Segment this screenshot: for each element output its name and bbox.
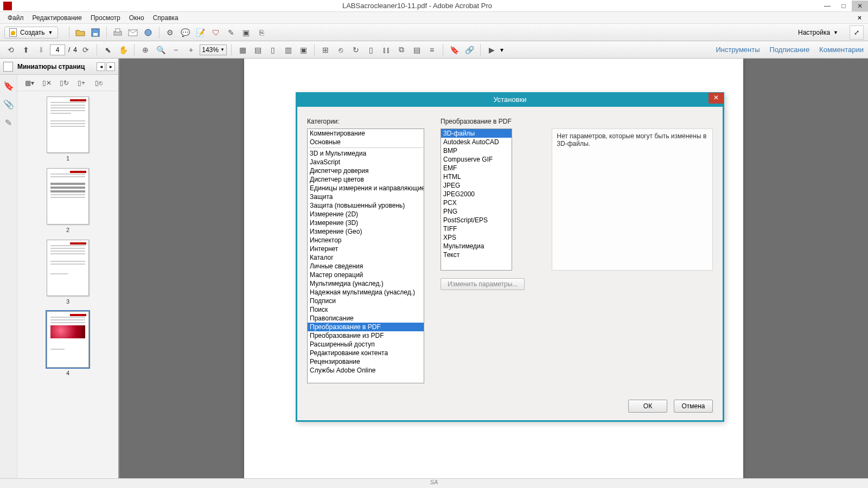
email-button[interactable] [126, 26, 139, 39]
thumbnail-4[interactable]: 4 [47, 311, 89, 376]
save-button[interactable] [89, 26, 102, 39]
thumb-del-icon[interactable]: ▯✕ [40, 76, 53, 89]
sign-icon[interactable]: ✎ [225, 26, 238, 39]
bookmark-icon[interactable]: 🔖 [448, 43, 461, 56]
fitwidth-icon[interactable]: ▤ [251, 43, 264, 56]
category-item[interactable]: Диспетчер доверия [308, 166, 424, 175]
page-input[interactable] [50, 44, 65, 55]
sign-strip-icon[interactable]: ✎ [3, 117, 14, 128]
format-item[interactable]: Мультимедиа [441, 242, 512, 251]
category-item[interactable]: Мультимедиа (унаслед.) [308, 279, 424, 288]
format-item[interactable]: PCX [441, 198, 512, 207]
zoom-marquee-icon[interactable]: 🔍 [154, 43, 167, 56]
thumb-ins-icon[interactable]: ▯+ [75, 76, 88, 89]
category-item[interactable]: Редактирование контента [308, 349, 424, 357]
category-item[interactable]: Подписи [308, 297, 424, 305]
dialog-close-button[interactable]: ✕ [709, 93, 724, 104]
comment-icon[interactable]: 💬 [179, 26, 192, 39]
fitpage-icon[interactable]: ▦ [236, 43, 249, 56]
form-icon[interactable]: 📝 [194, 26, 207, 39]
format-item[interactable]: Compuserve GIF [441, 155, 512, 164]
print-button[interactable] [111, 26, 124, 39]
crop-icon[interactable]: ⧉ [395, 43, 408, 56]
format-item[interactable]: Autodesk AutoCAD [441, 138, 512, 146]
header-icon[interactable]: ▤ [410, 43, 423, 56]
category-item[interactable]: Измерение (2D) [308, 210, 424, 219]
close-button[interactable]: ✕ [852, 1, 868, 11]
thumb-opt1-icon[interactable]: ▦▾ [23, 76, 36, 89]
dialog-titlebar[interactable]: Установки ✕ [297, 94, 723, 107]
tools-tab[interactable]: Инструменты [716, 46, 760, 54]
single-icon[interactable]: ▯ [266, 43, 279, 56]
thumb-ext-icon[interactable]: ▯⎋ [92, 76, 105, 89]
minimize-button[interactable]: — [819, 1, 835, 11]
thumbnail-1[interactable]: 1 [47, 97, 89, 162]
format-item[interactable]: 3D-файлы [441, 129, 512, 138]
panel-prev-button[interactable]: ◂ [97, 62, 105, 71]
format-item[interactable]: Текст [441, 251, 512, 259]
watermark-icon[interactable]: ≡ [425, 43, 438, 56]
extract-icon[interactable]: ⎘ [255, 26, 268, 39]
settings-menu[interactable]: Настройка ▼ [793, 27, 843, 38]
link-icon[interactable]: 🔗 [463, 43, 476, 56]
category-item[interactable]: Защита (повышенный уровень) [308, 201, 424, 210]
menu-help[interactable]: Справка [149, 14, 183, 22]
zoom-in-button[interactable]: + [184, 43, 197, 56]
zoom-select[interactable]: 143%▼ [200, 44, 227, 55]
create-button[interactable]: Создать ▼ [4, 27, 58, 38]
category-item[interactable]: Расширенный доступ [308, 340, 424, 349]
split-icon[interactable]: ⫿⫿ [380, 43, 393, 56]
bookmark-strip-icon[interactable]: 🔖 [3, 80, 14, 91]
category-item[interactable]: Личные сведения [308, 262, 424, 271]
category-item[interactable]: Диспетчер цветов [308, 175, 424, 184]
format-item[interactable]: JPEG [441, 181, 512, 190]
share-button[interactable] [142, 26, 155, 39]
action-icon[interactable]: ▶ [485, 43, 498, 56]
category-item[interactable]: Преобразование из PDF [308, 331, 424, 340]
category-item[interactable]: Поиск [308, 305, 424, 314]
category-item[interactable]: Основные [308, 138, 424, 146]
category-item[interactable]: Защита [308, 192, 424, 201]
category-item[interactable]: JavaScript [308, 158, 424, 166]
facing-icon[interactable]: ▣ [297, 43, 310, 56]
delete-page-icon[interactable]: ▯ [365, 43, 378, 56]
menu-file[interactable]: Файл [3, 14, 28, 22]
menu-window[interactable]: Окно [125, 14, 149, 22]
protect-icon[interactable]: 🛡 [209, 26, 222, 39]
category-item[interactable]: Каталог [308, 253, 424, 262]
thumbnails-list[interactable]: 1 2 3 4 [17, 91, 118, 478]
menu-edit[interactable]: Редактирование [28, 14, 86, 22]
category-item[interactable]: Правописание [308, 314, 424, 323]
zoom-in-icon[interactable]: ⊕ [139, 43, 152, 56]
prev-page-button[interactable]: ⬆ [20, 43, 33, 56]
insert-icon[interactable]: ⊞ [319, 43, 332, 56]
panel-next-button[interactable]: ▸ [106, 62, 115, 71]
thumbnail-3[interactable]: 3 [47, 240, 89, 305]
format-item[interactable]: HTML [441, 172, 512, 181]
first-page-button[interactable]: ⟲ [4, 43, 17, 56]
category-item[interactable]: Измерение (3D) [308, 219, 424, 227]
doc-close-button[interactable]: × [854, 14, 865, 22]
category-item[interactable]: Преобразование в PDF [308, 323, 424, 331]
format-item[interactable]: XPS [441, 233, 512, 242]
multimedia-icon[interactable]: ▣ [240, 26, 253, 39]
categories-listbox[interactable]: КомментированиеОсновные3D и МультимедиаJ… [307, 129, 424, 383]
refresh-icon[interactable]: ⟳ [79, 43, 92, 56]
category-item[interactable]: Рецензирование [308, 357, 424, 366]
maximize-button[interactable]: □ [835, 1, 852, 11]
edit-params-button[interactable]: Изменить параметры... [441, 278, 525, 290]
attach-strip-icon[interactable]: 📎 [3, 99, 14, 110]
format-item[interactable]: PostScript/EPS [441, 216, 512, 224]
comments-tab[interactable]: Комментарии [819, 46, 864, 54]
sign-tab[interactable]: Подписание [770, 46, 810, 54]
category-item[interactable]: Службы Adobe Online [308, 366, 424, 375]
select-icon[interactable]: ⬉ [101, 43, 114, 56]
category-item[interactable]: Единицы измерения и направляющие [308, 184, 424, 192]
category-item[interactable]: Мастер операций [308, 271, 424, 279]
format-item[interactable]: TIFF [441, 224, 512, 233]
continuous-icon[interactable]: ▥ [282, 43, 295, 56]
category-item[interactable]: Инспектор [308, 236, 424, 245]
format-item[interactable]: JPEG2000 [441, 190, 512, 198]
category-item[interactable]: Измерение (Geo) [308, 227, 424, 236]
category-item[interactable]: Надежная мультимедиа (унаслед.) [308, 288, 424, 297]
